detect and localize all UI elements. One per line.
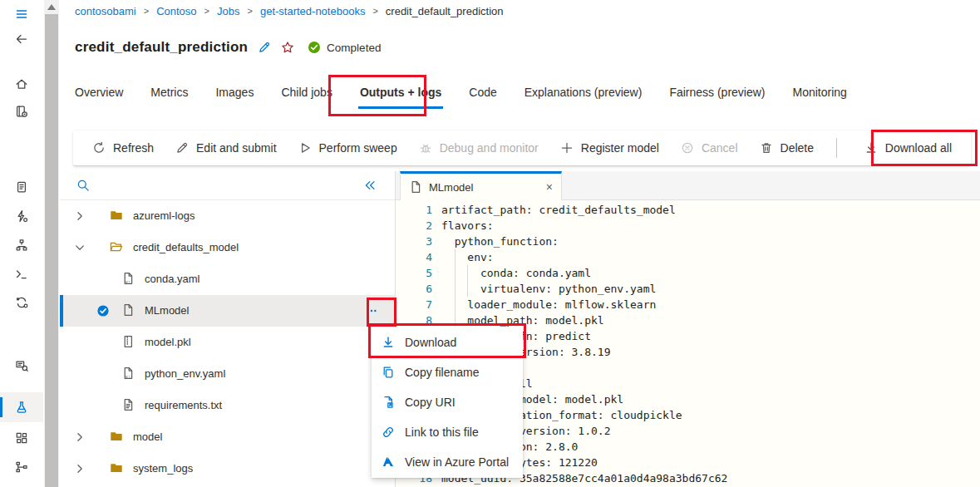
file-pkl-icon (121, 335, 135, 348)
sidebar-item-designer[interactable] (0, 231, 43, 259)
automl-icon (15, 209, 28, 223)
tree-item-conda-yaml[interactable]: y:conda.yaml (60, 263, 396, 295)
menu-item-download[interactable]: Download (372, 327, 523, 357)
back-arrow-icon (15, 32, 28, 46)
file-txt-icon (121, 398, 135, 411)
code-text: flavors: (441, 218, 494, 234)
sidebar-item-notebooks[interactable] (0, 97, 43, 125)
breadcrumb-item[interactable]: Contoso (156, 5, 196, 17)
sidebar-item-models[interactable] (0, 288, 43, 317)
check-circle-icon (96, 304, 110, 317)
breadcrumb-item[interactable]: contosobami (75, 5, 136, 17)
folder-icon (110, 209, 123, 222)
tab-monitoring[interactable]: Monitoring (791, 84, 849, 109)
tree-item-model[interactable]: model (60, 421, 396, 453)
sidebar-item-hamburger-menu[interactable] (0, 0, 43, 28)
register-model-button[interactable]: Register model (549, 135, 670, 161)
breadcrumb-separator: > (144, 6, 149, 16)
menu-item-label: Download (405, 336, 456, 349)
sidebar-item-experiments-flask[interactable] (0, 392, 43, 422)
menu-item-view-in-azure-portal[interactable]: View in Azure Portal (372, 447, 523, 477)
sidebar-item-automl[interactable] (0, 202, 43, 230)
perform-sweep-button[interactable]: Perform sweep (288, 135, 408, 161)
tree-item-label: python_env.yaml (145, 367, 225, 380)
breadcrumb-item[interactable]: Jobs (217, 5, 239, 17)
toolbar-button-label: Download all (885, 141, 952, 155)
line-number: 4 (396, 249, 432, 265)
tab-code[interactable]: Code (467, 84, 498, 109)
plus-icon (560, 141, 574, 155)
status-check-icon (308, 41, 321, 54)
code-line: 7 loader_module: mlflow.sklearn (396, 297, 980, 312)
sidebar-item-jobs-list[interactable] (0, 173, 43, 201)
search-icon[interactable] (76, 179, 90, 192)
close-tab-icon[interactable]: × (546, 181, 553, 193)
chevron-down-icon[interactable] (73, 241, 86, 254)
left-nav-rail (0, 0, 43, 487)
delete-button[interactable]: Delete (749, 135, 825, 161)
menu-item-copy-filename[interactable]: Copy filename (372, 357, 523, 387)
code-line: 3 python_function: (396, 234, 980, 249)
chevron-right-icon[interactable] (73, 430, 86, 444)
toolbar-button-label: Delete (781, 141, 814, 155)
refresh-button[interactable]: Refresh (81, 135, 165, 161)
breadcrumb-item[interactable]: get-started-notebooks (260, 5, 365, 17)
tab-explanations-preview-[interactable]: Explanations (preview) (523, 84, 644, 109)
tree-item-python-env-yaml[interactable]: y:python_env.yaml (60, 358, 396, 390)
tab-images[interactable]: Images (214, 84, 255, 109)
terminal-icon (15, 268, 28, 281)
menu-item-label: Copy filename (405, 366, 480, 379)
favorite-star-icon[interactable] (281, 41, 294, 54)
chevron-right-icon[interactable] (73, 209, 86, 223)
menu-item-link-to-this-file[interactable]: Link to this file (372, 417, 523, 447)
azure-logo-icon (382, 455, 395, 469)
tree-item-requirements-txt[interactable]: requirements.txt (60, 390, 396, 421)
status-badge: Completed (308, 41, 381, 54)
tree-item-label: conda.yaml (145, 273, 199, 285)
menu-item-copy-uri[interactable]: Copy URI (372, 387, 523, 417)
collapse-panel-icon[interactable] (363, 179, 377, 192)
tree-search-row (60, 171, 395, 200)
more-ellipsis-icon (365, 304, 378, 317)
sidebar-item-components[interactable] (0, 424, 43, 452)
editor-tab-mlmodel[interactable]: MLmodel × (400, 171, 562, 200)
sidebar-item-back-arrow[interactable] (0, 25, 43, 53)
designer-icon (15, 239, 28, 252)
line-number: 7 (396, 297, 432, 312)
pencil-icon (258, 41, 271, 54)
tree-item-mlmodel[interactable]: MLmodel (60, 295, 396, 327)
line-number: 2 (396, 218, 432, 234)
tab-overview[interactable]: Overview (73, 84, 125, 109)
sidebar-item-terminal[interactable] (0, 260, 43, 288)
line-number: 6 (396, 281, 432, 297)
title-row: credit_default_prediction Completed (75, 37, 381, 58)
file-icon (409, 180, 422, 194)
page-title: credit_default_prediction (75, 39, 248, 56)
tab-metrics[interactable]: Metrics (149, 84, 190, 109)
tab-child-jobs[interactable]: Child jobs (279, 84, 333, 109)
more-options-button[interactable] (361, 302, 382, 320)
edit-and-submit-button[interactable]: Edit and submit (165, 135, 288, 161)
sidebar-item-home[interactable] (0, 70, 43, 98)
scrollbar-up-arrow-icon[interactable] (47, 4, 56, 10)
notebooks-icon (15, 105, 28, 118)
tree-item-label: MLmodel (145, 304, 189, 317)
tree-item-label: model.pkl (145, 336, 191, 348)
sidebar-item-pipelines[interactable] (0, 453, 43, 481)
download-all-button[interactable]: Download all (854, 135, 963, 161)
chevron-right-icon[interactable] (73, 462, 86, 475)
breadcrumb-item: credit_default_prediction (386, 5, 504, 17)
scrollbar-thumb[interactable] (45, 14, 58, 487)
copy-icon (382, 366, 395, 379)
edit-title-icon[interactable] (258, 41, 271, 54)
tree-item-model-pkl[interactable]: model.pkl (60, 327, 396, 358)
svg-text:y:: y: (126, 374, 131, 380)
tree-item-credit-defaults-model[interactable]: credit_defaults_model (60, 232, 396, 263)
tree-item-system-logs[interactable]: system_logs (60, 453, 396, 485)
completed-check-icon (308, 41, 321, 54)
tree-item-azureml-logs[interactable]: azureml-logs (60, 200, 396, 232)
page-scrollbar[interactable] (44, 0, 59, 487)
sidebar-item-data-monitor[interactable] (0, 352, 43, 380)
tab-outputs-logs[interactable]: Outputs + logs (358, 84, 443, 109)
tab-fairness-preview-[interactable]: Fairness (preview) (667, 84, 766, 109)
